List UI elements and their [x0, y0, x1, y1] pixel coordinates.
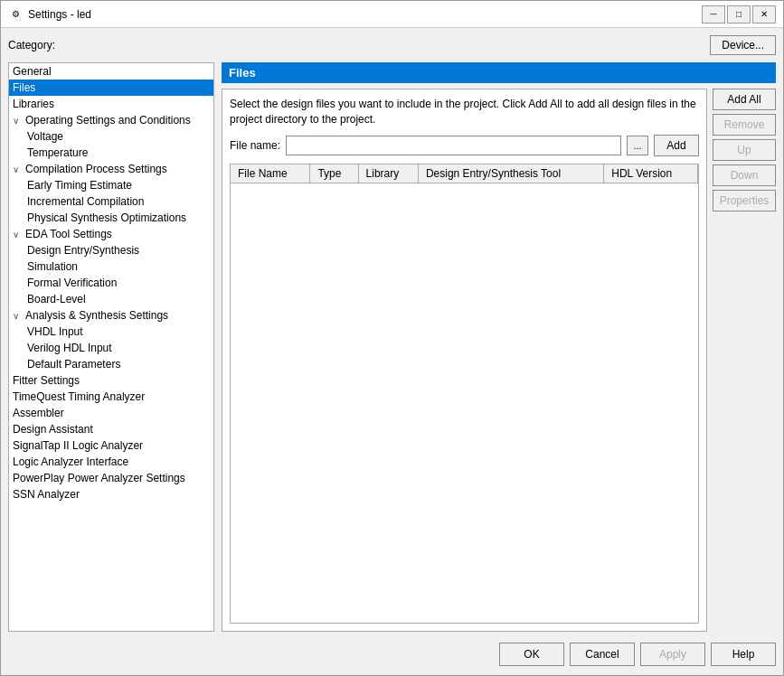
browse-button[interactable]: ...: [627, 136, 648, 155]
main-panel: Files Select the design files you want t…: [222, 62, 776, 632]
file-name-label: File name:: [230, 139, 280, 152]
sidebar-item-incremental[interactable]: Incremental Compilation: [9, 193, 213, 210]
table-header-row: File Name Type Library Design Entry/Synt…: [231, 164, 698, 183]
title-bar: ⚙ Settings - led ─ □ ✕: [1, 1, 783, 28]
action-buttons: Add All Remove Up Down Properties: [713, 89, 776, 632]
sidebar-item-eda-tool[interactable]: ∨EDA Tool Settings: [9, 226, 213, 242]
sidebar-item-label-signaltap: SignalTap II Logic Analyzer: [13, 439, 143, 452]
sidebar-item-powerplay[interactable]: PowerPlay Power Analyzer Settings: [9, 470, 213, 486]
sidebar-item-design-assistant[interactable]: Design Assistant: [9, 421, 213, 437]
cancel-button[interactable]: Cancel: [570, 643, 635, 666]
category-sidebar: GeneralFilesLibraries∨Operating Settings…: [8, 62, 214, 632]
sidebar-item-assembler[interactable]: Assembler: [9, 405, 213, 421]
add-button[interactable]: Add: [654, 135, 699, 156]
sidebar-item-fitter[interactable]: Fitter Settings: [9, 372, 213, 389]
properties-button[interactable]: Properties: [713, 190, 776, 211]
sidebar-item-libraries[interactable]: Libraries: [9, 96, 213, 112]
file-table: File Name Type Library Design Entry/Synt…: [231, 164, 698, 183]
file-table-area: File Name Type Library Design Entry/Synt…: [230, 164, 699, 624]
file-name-input[interactable]: [286, 136, 621, 155]
sidebar-item-label-ssn: SSN Analyzer: [13, 488, 80, 501]
sidebar-item-label-temperature: Temperature: [27, 146, 88, 159]
sidebar-item-logic-analyzer[interactable]: Logic Analyzer Interface: [9, 454, 213, 470]
sidebar-item-label-early-timing: Early Timing Estimate: [27, 179, 132, 192]
sidebar-item-formal-verification[interactable]: Formal Verification: [9, 275, 213, 291]
sidebar-item-label-compilation-process: Compilation Process Settings: [25, 163, 167, 175]
ok-button[interactable]: OK: [499, 643, 564, 666]
sidebar-item-label-files: Files: [13, 81, 35, 94]
sidebar-item-physical-synthesis[interactable]: Physical Synthesis Optimizations: [9, 210, 213, 226]
sidebar-item-operating-settings[interactable]: ∨Operating Settings and Conditions: [9, 112, 213, 128]
sidebar-item-timequest[interactable]: TimeQuest Timing Analyzer: [9, 389, 213, 405]
sidebar-item-label-eda-tool: EDA Tool Settings: [25, 228, 112, 240]
window-controls: ─ □ ✕: [702, 5, 776, 23]
sidebar-item-label-fitter: Fitter Settings: [13, 374, 80, 387]
panel-description: Select the design files you want to incl…: [230, 97, 699, 127]
sidebar-item-label-incremental: Incremental Compilation: [27, 195, 144, 208]
col-hdl-version: HDL Version: [604, 164, 698, 183]
device-button[interactable]: Device...: [710, 35, 776, 55]
bottom-bar: OK Cancel Apply Help: [8, 639, 776, 668]
sidebar-item-label-libraries: Libraries: [13, 98, 54, 110]
close-button[interactable]: ✕: [752, 5, 776, 23]
sidebar-item-signaltap[interactable]: SignalTap II Logic Analyzer: [9, 437, 213, 454]
main-row: GeneralFilesLibraries∨Operating Settings…: [8, 62, 776, 632]
sidebar-item-label-operating-settings: Operating Settings and Conditions: [25, 114, 191, 127]
panel-header: Files: [222, 62, 776, 83]
sidebar-item-board-level[interactable]: Board-Level: [9, 291, 213, 307]
sidebar-item-design-entry[interactable]: Design Entry/Synthesis: [9, 242, 213, 258]
remove-button[interactable]: Remove: [713, 114, 776, 136]
sidebar-item-label-assembler: Assembler: [13, 407, 64, 419]
sidebar-item-label-logic-analyzer: Logic Analyzer Interface: [13, 455, 128, 468]
panel-body: Select the design files you want to incl…: [222, 89, 707, 632]
col-type: Type: [310, 164, 358, 183]
col-file-name: File Name: [231, 164, 310, 183]
minimize-button[interactable]: ─: [702, 5, 725, 23]
sidebar-item-early-timing[interactable]: Early Timing Estimate: [9, 177, 213, 193]
sidebar-item-label-physical-synthesis: Physical Synthesis Optimizations: [27, 211, 186, 224]
sidebar-item-label-simulation: Simulation: [27, 260, 78, 273]
top-row: Category: Device...: [8, 35, 776, 55]
sidebar-item-analysis-synthesis[interactable]: ∨Analysis & Synthesis Settings: [9, 307, 213, 324]
sidebar-item-files[interactable]: Files: [9, 80, 213, 96]
maximize-button[interactable]: □: [727, 5, 751, 23]
sidebar-item-voltage[interactable]: Voltage: [9, 128, 213, 145]
sidebar-item-label-formal-verification: Formal Verification: [27, 277, 117, 289]
apply-button[interactable]: Apply: [640, 643, 705, 666]
col-design-entry: Design Entry/Synthesis Tool: [418, 164, 603, 183]
sidebar-item-label-design-assistant: Design Assistant: [13, 423, 93, 436]
down-button[interactable]: Down: [713, 164, 776, 186]
category-label: Category:: [8, 39, 55, 52]
app-icon: ⚙: [8, 7, 23, 22]
sidebar-item-default-params[interactable]: Default Parameters: [9, 356, 213, 372]
sidebar-item-verilog-hdl[interactable]: Verilog HDL Input: [9, 340, 213, 356]
sidebar-item-label-timequest: TimeQuest Timing Analyzer: [13, 390, 145, 403]
sidebar-item-temperature[interactable]: Temperature: [9, 145, 213, 161]
sidebar-item-compilation-process[interactable]: ∨Compilation Process Settings: [9, 161, 213, 177]
col-library: Library: [358, 164, 418, 183]
help-button[interactable]: Help: [711, 643, 776, 666]
up-button[interactable]: Up: [713, 139, 776, 161]
sidebar-item-label-powerplay: PowerPlay Power Analyzer Settings: [13, 472, 185, 484]
main-window: ⚙ Settings - led ─ □ ✕ Category: Device.…: [0, 0, 784, 676]
sidebar-item-label-default-params: Default Parameters: [27, 358, 120, 371]
sidebar-item-general[interactable]: General: [9, 63, 213, 80]
sidebar-item-ssn[interactable]: SSN Analyzer: [9, 486, 213, 502]
sidebar-item-label-general: General: [13, 65, 52, 78]
window-title: Settings - led: [28, 8, 702, 21]
sidebar-item-label-verilog-hdl: Verilog HDL Input: [27, 342, 112, 354]
sidebar-item-label-board-level: Board-Level: [27, 293, 86, 305]
sidebar-item-label-analysis-synthesis: Analysis & Synthesis Settings: [25, 309, 168, 322]
sidebar-item-vhdl-input[interactable]: VHDL Input: [9, 324, 213, 340]
sidebar-item-simulation[interactable]: Simulation: [9, 258, 213, 275]
sidebar-item-label-vhdl-input: VHDL Input: [27, 325, 83, 338]
sidebar-item-label-voltage: Voltage: [27, 130, 63, 143]
content-area: Category: Device... GeneralFilesLibrarie…: [1, 28, 783, 675]
add-all-button[interactable]: Add All: [713, 89, 776, 110]
file-name-row: File name: ... Add: [230, 135, 699, 156]
sidebar-item-label-design-entry: Design Entry/Synthesis: [27, 244, 139, 257]
